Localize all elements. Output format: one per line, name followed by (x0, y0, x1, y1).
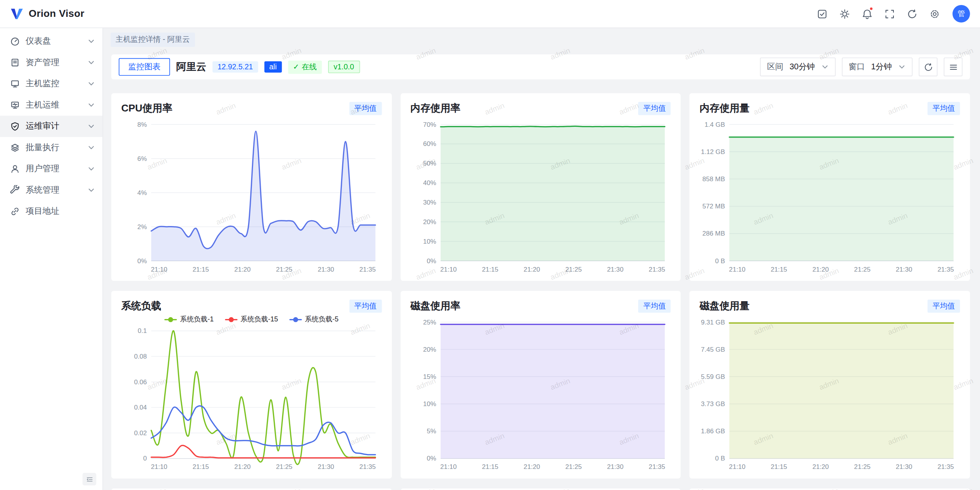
sidebar-item-label: 项目地址 (26, 206, 95, 217)
list-icon (949, 62, 958, 71)
svg-text:1.4 GB: 1.4 GB (705, 121, 725, 128)
sidebar-item-label: 主机运维 (26, 100, 82, 111)
svg-text:25%: 25% (423, 318, 436, 326)
chart-canvas[interactable]: 0 B1.86 GB3.73 GB5.59 GB7.45 GB9.31 GB21… (699, 315, 960, 474)
average-badge[interactable]: 平均值 (638, 299, 671, 312)
chart-canvas[interactable]: 0%2%4%6%8%21:1021:1521:2021:2521:3021:35 (121, 117, 382, 276)
svg-text:21:35: 21:35 (648, 463, 665, 470)
svg-text:0.08: 0.08 (134, 352, 147, 360)
host-code-tag: ali (264, 61, 282, 72)
sidebar-item-host-ops[interactable]: 主机运维 (0, 95, 103, 116)
window-label: 窗口 (849, 61, 865, 72)
svg-text:60%: 60% (423, 140, 436, 147)
svg-text:21:25: 21:25 (565, 265, 581, 273)
sidebar-item-host-monitor[interactable]: 主机监控 (0, 73, 103, 95)
breadcrumb-bar: 主机监控详情 - 阿里云 (103, 28, 980, 47)
average-badge[interactable]: 平均值 (928, 299, 960, 312)
sidebar-menu: 仪表盘 资产管理 主机监控 主机运维 (0, 31, 103, 222)
check-square-button[interactable] (812, 4, 831, 23)
sidebar-item-dashboard[interactable]: 仪表盘 (0, 31, 103, 52)
svg-text:8%: 8% (137, 121, 147, 128)
sidebar-item-users[interactable]: 用户管理 (0, 158, 103, 180)
chevron-down-icon (88, 123, 95, 130)
svg-text:21:30: 21:30 (607, 265, 623, 273)
chart-canvas[interactable]: 00.020.040.060.080.121:1021:1521:2021:25… (121, 315, 382, 474)
refresh-charts-button[interactable] (919, 57, 938, 76)
chart-card-cpu: CPU使用率平均值 0%2%4%6%8%21:1021:1521:2021:25… (111, 93, 392, 281)
sidebar-item-label: 批量执行 (26, 142, 82, 153)
average-badge[interactable]: 平均值 (928, 102, 960, 115)
chart-card-load: 系统负载平均值 00.020.040.060.080.121:1021:1521… (111, 291, 392, 479)
theme-button[interactable] (835, 4, 854, 23)
main-area: adminadminadminadminadminadminadminadmin… (103, 28, 980, 490)
svg-text:21:15: 21:15 (771, 463, 787, 470)
chart-title: 磁盘使用率 (410, 299, 461, 312)
chart-canvas[interactable]: 0%10%20%30%40%50%60%70%21:1021:1521:2021… (410, 117, 671, 276)
monitor-charts-button[interactable]: 监控图表 (119, 58, 170, 76)
average-badge[interactable]: 平均值 (638, 102, 671, 115)
sidebar-item-project-link[interactable]: 项目地址 (0, 201, 103, 222)
legend-item[interactable]: 系统负载-5 (289, 315, 339, 324)
average-badge[interactable]: 平均值 (349, 299, 382, 312)
svg-text:21:35: 21:35 (938, 265, 954, 273)
topbar: Orion Visor 管 (0, 0, 980, 28)
refresh-icon (906, 8, 917, 19)
status-badge: ✓在线 (288, 61, 322, 74)
svg-text:0 B: 0 B (715, 454, 725, 462)
svg-text:9.31 GB: 9.31 GB (701, 318, 725, 326)
chevron-down-icon (88, 165, 95, 173)
link-icon (10, 206, 20, 216)
svg-text:286 MB: 286 MB (702, 229, 725, 237)
sidebar-item-label: 资产管理 (26, 57, 82, 68)
chart-title: 内存使用率 (410, 102, 461, 115)
sidebar-item-system[interactable]: 系统管理 (0, 180, 103, 201)
svg-text:15%: 15% (423, 373, 436, 380)
sidebar-item-assets[interactable]: 资产管理 (0, 52, 103, 74)
svg-text:21:25: 21:25 (565, 463, 581, 470)
svg-text:21:20: 21:20 (813, 265, 829, 273)
chart-layout-button[interactable] (944, 57, 962, 76)
svg-text:21:35: 21:35 (648, 265, 665, 273)
host-name: 阿里云 (176, 61, 206, 74)
svg-text:0: 0 (143, 454, 147, 462)
check-icon: ✓ (293, 62, 299, 71)
fullscreen-icon (884, 8, 895, 19)
avatar[interactable]: 管 (952, 5, 970, 23)
svg-text:21:15: 21:15 (193, 265, 209, 273)
chart-canvas[interactable]: 0%5%10%15%20%25%21:1021:1521:2021:2521:3… (410, 315, 671, 474)
logo-icon (10, 7, 24, 21)
legend-item[interactable]: 系统负载-15 (225, 315, 278, 324)
chevron-down-icon (821, 63, 829, 71)
topbar-actions: 管 (812, 4, 970, 23)
chevron-down-icon (88, 80, 95, 88)
window-select[interactable]: 窗口 1分钟 (842, 57, 913, 76)
svg-text:21:20: 21:20 (234, 463, 251, 470)
average-badge[interactable]: 平均值 (349, 102, 382, 115)
interval-select[interactable]: 区间 30分钟 (760, 57, 836, 76)
chart-canvas[interactable]: 0 B286 MB572 MB858 MB1.12 GB1.4 GB21:102… (699, 117, 960, 276)
svg-text:21:10: 21:10 (151, 463, 167, 470)
chart-title: 内存使用量 (699, 102, 750, 115)
breadcrumb[interactable]: 主机监控详情 - 阿里云 (111, 33, 195, 47)
svg-text:0%: 0% (426, 257, 436, 265)
user-icon (10, 164, 20, 174)
sun-icon (839, 8, 850, 19)
chart-card-disk-usage: 磁盘使用量平均值 0 B1.86 GB3.73 GB5.59 GB7.45 GB… (689, 291, 970, 479)
host-ip-tag: 12.92.5.21 (212, 61, 258, 72)
settings-button[interactable] (925, 4, 944, 23)
svg-text:21:15: 21:15 (771, 265, 787, 273)
chart-card-partial (111, 488, 392, 490)
collapse-sidebar-button[interactable] (83, 473, 96, 485)
window-value: 1分钟 (871, 61, 892, 72)
svg-text:21:30: 21:30 (896, 265, 913, 273)
svg-text:21:20: 21:20 (523, 265, 540, 273)
svg-text:21:25: 21:25 (276, 265, 292, 273)
refresh-button[interactable] (903, 4, 921, 23)
legend-item[interactable]: 系统负载-1 (165, 315, 214, 324)
monitor-pulse-icon (10, 100, 20, 110)
sidebar-item-audit[interactable]: 运维审计 (0, 116, 103, 137)
notifications-button[interactable] (858, 4, 876, 23)
menu-fold-icon (85, 475, 93, 483)
fullscreen-button[interactable] (880, 4, 899, 23)
sidebar-item-batch-exec[interactable]: 批量执行 (0, 137, 103, 159)
